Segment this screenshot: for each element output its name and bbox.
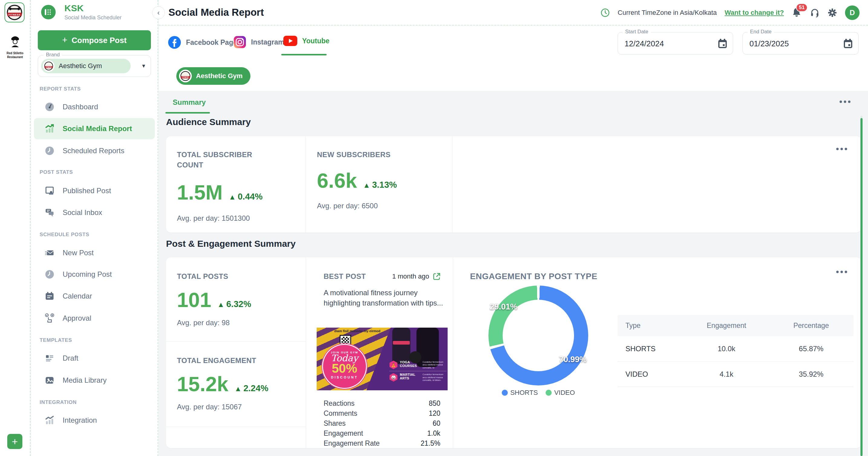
stat-row: Engagement Rate21.5% <box>323 438 440 448</box>
brand-filter-chip[interactable]: FITNESS Aesthetic Gym <box>176 67 250 85</box>
start-date-field[interactable]: Start Date 12/24/2024 <box>618 32 733 55</box>
brand-select-label: Brand <box>43 52 62 58</box>
plus-icon: + <box>62 35 67 45</box>
brand-chip-label: Aesthetic Gym <box>196 72 243 80</box>
app-root: FITNESS Red Stiletto Restaurant + KSK So… <box>0 0 868 456</box>
audience-summary-heading: Audience Summary <box>166 117 251 127</box>
best-post-stats: Reactions850 Comments120 Shares60 Engage… <box>323 398 440 448</box>
settings-gear-icon[interactable] <box>828 8 837 18</box>
timezone-change-link[interactable]: Want to change it? <box>725 9 784 17</box>
sidebar-item-dashboard[interactable]: Dashboard <box>34 96 155 117</box>
brand-selected-pill[interactable]: FITNESS Aesthetic Gym <box>41 59 131 73</box>
workspace-red-stiletto[interactable] <box>7 34 24 51</box>
sidebar-item-social-media-report[interactable]: Social Media Report <box>34 118 155 139</box>
timezone-clock-icon <box>601 8 610 17</box>
tab-instagram[interactable]: Instagram <box>234 36 284 49</box>
calendar-icon[interactable] <box>718 38 727 49</box>
tab-youtube[interactable]: Youtube <box>283 36 329 46</box>
workspace-fitness-gym[interactable]: FITNESS <box>4 2 25 22</box>
sidebar-item-calendar[interactable]: Calendar <box>34 286 155 307</box>
nav-section-integration: INTEGRATION <box>40 399 76 405</box>
gauge-icon <box>44 102 55 112</box>
external-link-icon[interactable] <box>433 273 441 280</box>
scrollbar-thumb[interactable] <box>861 118 863 456</box>
stat-row: Engagement1.0k <box>323 428 440 438</box>
stat-delta: ▲2.24% <box>235 383 268 393</box>
nav-section-schedule-posts: SCHEDULE POSTS <box>40 232 89 238</box>
best-post-description: A motivational fitness journey highlight… <box>323 288 444 308</box>
stat-value: 15.2k <box>177 374 228 394</box>
support-headset-icon[interactable] <box>810 8 819 18</box>
table-row: VIDEO 4.1k 35.92% <box>618 362 854 387</box>
scrollbar-track <box>861 116 863 118</box>
clock-icon <box>44 269 55 280</box>
page-title: Social Media Report <box>168 7 264 18</box>
stat-label: TOTAL SUBSCRIBER COUNT <box>177 149 271 170</box>
workspace-subtitle: Social Media Scheduler <box>64 15 122 21</box>
best-post-image[interactable]: diam fisil munonu my eirmod JOIN OUR GYM… <box>317 327 447 390</box>
report-content: Summary Audience Summary TOTAL SUBSCRIBE… <box>159 91 868 456</box>
sidebar-item-draft[interactable]: Draft <box>34 348 155 369</box>
flyer-discount-circle: JOIN OUR GYM Today 50% DISCOUNT <box>321 343 368 389</box>
table-row: SHORTS 10.0k 65.87% <box>618 336 854 362</box>
stat-delta: ▲3.13% <box>363 180 397 190</box>
sidebar-item-scheduled-reports[interactable]: Scheduled Reports <box>34 140 155 161</box>
sidebar-item-integration[interactable]: Integration <box>34 410 155 431</box>
user-avatar[interactable]: D <box>845 5 860 20</box>
nav-section-templates: TEMPLATES <box>40 337 72 343</box>
post-engagement-card: TOTAL POSTS 101 ▲6.32% Avg. per day: 98 … <box>166 257 861 448</box>
sidebar-item-social-inbox[interactable]: Social Inbox <box>34 202 155 223</box>
brand-avatar: FITNESS <box>43 60 55 72</box>
legend-item-video: VIDEO <box>546 389 575 397</box>
total-subscriber-tile: TOTAL SUBSCRIBER COUNT 1.5M ▲0.44% Avg. … <box>166 136 306 232</box>
workspace-title: KSK <box>64 3 84 13</box>
sidebar-item-new-post[interactable]: New Post <box>34 242 155 263</box>
stat-average: Avg. per day: 6500 <box>317 202 441 210</box>
notifications-button[interactable]: 51 <box>792 7 802 19</box>
facebook-icon <box>168 36 181 49</box>
post-engagement-heading: Post & Engagement Summary <box>166 238 296 249</box>
new-subscribers-tile: NEW SUBSCRIBERS 6.6k ▲3.13% Avg. per day… <box>306 136 453 232</box>
engagement-by-type-panel: ENGAGEMENT BY POST TYPE 29.01% 70.99% SH… <box>453 257 861 448</box>
donut-legend: SHORTS VIDEO <box>489 389 588 397</box>
sidebar-item-upcoming-post[interactable]: Upcoming Post <box>34 264 155 285</box>
stat-value: 1.5M <box>177 182 223 203</box>
workspace-caption: Red Stiletto Restaurant <box>0 52 30 59</box>
brand-chip-avatar: FITNESS <box>179 69 192 82</box>
more-options-icon[interactable] <box>840 101 850 103</box>
tab-facebook-page[interactable]: Facebook Page <box>168 36 237 49</box>
legend-item-shorts: SHORTS <box>502 389 538 397</box>
flyer-features: 🧘 YOGA COURSES Curabitur fermentum arcu … <box>390 360 446 383</box>
legend-dot-green <box>546 390 552 396</box>
end-date-field[interactable]: End Date 01/23/2025 <box>743 32 859 55</box>
svg-text:FITNESS: FITNESS <box>46 67 52 68</box>
sidebar-item-media-library[interactable]: Media Library <box>34 370 155 391</box>
filter-band: Facebook Page Instagram Youtube Start Da… <box>159 26 868 91</box>
nav-section-report-stats: REPORT STATS <box>40 86 81 92</box>
approval-hand-icon <box>44 313 55 323</box>
more-options-icon[interactable] <box>836 148 847 150</box>
sidebar-item-published-post[interactable]: Published Post <box>34 180 155 201</box>
flyer-discount-word: DISCOUNT <box>321 375 368 379</box>
chevron-down-icon[interactable]: ▾ <box>142 62 145 69</box>
add-workspace-button[interactable]: + <box>7 434 22 449</box>
sidebar-collapse-button[interactable]: ‹ <box>152 6 165 19</box>
total-posts-tile: TOTAL POSTS 101 ▲6.32% Avg. per day: 98 <box>166 257 306 342</box>
best-post-age[interactable]: 1 month ago <box>392 273 441 280</box>
calendar-icon[interactable] <box>843 38 853 49</box>
stat-delta: ▲6.32% <box>217 299 251 309</box>
delta-up-icon: ▲ <box>229 193 236 201</box>
stat-label: TOTAL ENGAGEMENT <box>177 355 295 366</box>
tab-summary[interactable]: Summary <box>173 98 206 107</box>
stat-average: Avg. per day: 98 <box>177 318 295 327</box>
total-engagement-tile: TOTAL ENGAGEMENT 15.2k ▲2.24% Avg. per d… <box>166 342 306 427</box>
stat-value: 101 <box>177 289 211 310</box>
best-post-panel: BEST POST 1 month ago A motivational fit… <box>306 257 453 448</box>
sidebar-item-approval[interactable]: Approval <box>34 308 155 329</box>
posts-column: TOTAL POSTS 101 ▲6.32% Avg. per day: 98 … <box>166 257 306 448</box>
brand-select[interactable]: Brand FITNESS Aesthetic Gym ▾ <box>38 55 151 77</box>
martial-arts-icon: 🥋 <box>390 373 397 381</box>
delta-up-icon: ▲ <box>217 301 224 309</box>
more-options-icon[interactable] <box>836 271 847 273</box>
compose-post-button[interactable]: + Compose Post <box>38 30 151 50</box>
